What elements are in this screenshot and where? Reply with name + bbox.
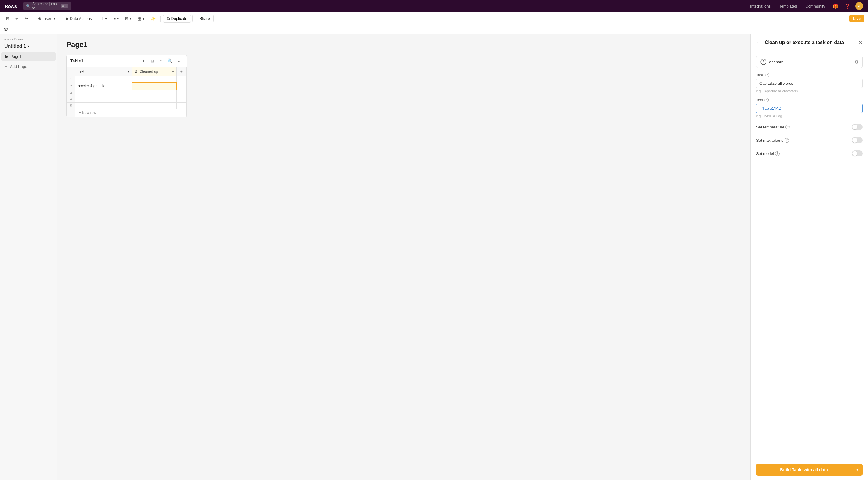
panel-back-btn[interactable]: ← (756, 39, 762, 46)
font-chevron-icon: ▾ (105, 16, 107, 21)
cell-extra-5 (176, 102, 186, 109)
page-title: Page1 (66, 40, 741, 49)
build-table-btn[interactable]: Build Table with all data (756, 464, 852, 476)
cell-extra-4 (176, 96, 186, 102)
add-column-icon[interactable]: + (179, 68, 184, 74)
cell-b4[interactable] (132, 96, 176, 102)
table-header-bar: Table1 ✦ ⊟ ↕ 🔍 ··· (67, 55, 187, 67)
row-num-5: 5 (67, 102, 75, 109)
gift-icon-btn[interactable]: 🎁 (831, 3, 840, 9)
max-tokens-help-icon[interactable]: ? (784, 138, 789, 143)
table-row: 2 procter & gamble (67, 82, 187, 90)
insert-btn[interactable]: ⊕ Insert ▾ (36, 15, 58, 22)
cell-a1[interactable] (75, 76, 132, 82)
row-num-4: 4 (67, 96, 75, 102)
cell-a3[interactable] (75, 90, 132, 96)
font-btn[interactable]: T ▾ (99, 15, 110, 22)
openai-logo (760, 59, 767, 65)
cell-b5[interactable] (132, 102, 176, 109)
max-tokens-toggle-row: Set max tokens ? (756, 136, 863, 144)
share-btn[interactable]: ↑ Share (192, 15, 214, 22)
data-actions-btn[interactable]: ▶ Data Actions (63, 15, 94, 22)
panel-close-btn[interactable]: ✕ (858, 39, 863, 46)
align-icon: ≡ (113, 16, 116, 21)
format-chevron-icon: ▾ (130, 16, 132, 21)
divider-3 (97, 16, 97, 22)
table-sort-btn[interactable]: ↕ (158, 58, 163, 64)
help-icon-btn[interactable]: ❓ (843, 3, 852, 9)
share-icon: ↑ (196, 16, 198, 21)
cell-b3[interactable] (132, 90, 176, 96)
align-chevron-icon: ▾ (117, 16, 119, 21)
text-help-icon[interactable]: ? (764, 98, 769, 102)
cell-b1[interactable] (132, 76, 176, 82)
max-tokens-toggle[interactable] (852, 137, 863, 143)
table-sparkle-btn[interactable]: ✦ (140, 58, 147, 64)
breadcrumb: rows / Demo (0, 37, 57, 43)
row-num-3: 3 (67, 90, 75, 96)
undo-icon: ↩ (16, 16, 19, 21)
play-icon: ▶ (66, 16, 69, 21)
col-b-dropdown-icon: ▾ (172, 69, 174, 73)
toggle-sidebar-btn[interactable]: ⊟ (4, 15, 12, 22)
cell-a2[interactable]: procter & gamble (75, 82, 132, 90)
model-toggle[interactable] (852, 150, 863, 156)
align-btn[interactable]: ≡ ▾ (111, 15, 121, 22)
task-input[interactable] (756, 79, 863, 88)
live-btn[interactable]: Live (849, 15, 864, 22)
search-bar[interactable]: 🔍 Search or jump to... ⌘K (23, 2, 71, 10)
community-link[interactable]: Community (803, 4, 828, 8)
title-chevron-icon: ▾ (27, 44, 29, 48)
add-page-label: Add Page (10, 64, 27, 69)
sidebar-item-page1[interactable]: ▶ Page1 (1, 53, 56, 61)
openai-settings-btn[interactable]: ⚙ (855, 59, 859, 65)
sparkle-btn[interactable]: ✨ (148, 15, 158, 22)
model-help-icon[interactable]: ? (775, 151, 780, 156)
templates-link[interactable]: Templates (777, 4, 799, 8)
plus-icon: ⊕ (38, 16, 41, 21)
table-filter-btn[interactable]: ⊟ (149, 58, 156, 64)
max-tokens-label: Set max tokens ? (756, 138, 789, 143)
col-header-a[interactable]: Text ▾ (75, 67, 132, 76)
page-label: Page1 (10, 54, 22, 59)
col-add-btn[interactable]: + (176, 67, 186, 76)
duplicate-btn[interactable]: ⧉ Duplicate (163, 15, 191, 23)
redo-btn[interactable]: ↪ (22, 15, 30, 22)
task-field: Task ? e.g. Capitalize all characters (756, 73, 863, 93)
col-header-b[interactable]: B Cleaned up ▾ (132, 67, 176, 76)
right-panel: ← Clean up or execute a task on data ✕ o… (750, 34, 868, 480)
chevron-down-icon: ▾ (856, 467, 858, 472)
temperature-toggle[interactable] (852, 124, 863, 130)
panel-title: Clean up or execute a task on data (765, 40, 855, 45)
temperature-help-icon[interactable]: ? (785, 125, 790, 129)
add-page-icon: ＋ (4, 64, 8, 69)
add-page-btn[interactable]: ＋ Add Page (0, 62, 57, 71)
task-help-icon[interactable]: ? (765, 73, 770, 77)
avatar[interactable]: A (855, 2, 863, 10)
search-shortcut: ⌘K (61, 4, 68, 8)
col-a-label: Text (78, 69, 84, 73)
cell-a4[interactable] (75, 96, 132, 102)
table-btn[interactable]: ▦ ▾ (135, 15, 147, 22)
new-row-label[interactable]: + New row (75, 109, 187, 117)
new-row[interactable]: + New row (67, 109, 187, 117)
build-table-chevron-btn[interactable]: ▾ (852, 464, 863, 476)
row-num-1: 1 (67, 76, 75, 82)
table-more-btn[interactable]: ··· (176, 58, 183, 64)
cell-b2[interactable] (132, 82, 176, 90)
font-icon: T (102, 16, 104, 21)
table-chevron-icon: ▾ (143, 16, 145, 21)
format-btn[interactable]: ⊞ ▾ (123, 15, 134, 22)
cell-reference: B2 (4, 28, 16, 32)
integrations-link[interactable]: Integrations (748, 4, 773, 8)
table-search-btn[interactable]: 🔍 (166, 58, 174, 64)
app-logo: Rows (5, 4, 17, 9)
col-a-dropdown-icon: ▾ (128, 69, 130, 73)
sidebar: rows / Demo Untitled 1 ▾ ▶ Page1 ＋ Add P… (0, 34, 57, 480)
cell-extra-1 (176, 76, 186, 82)
cell-a5[interactable] (75, 102, 132, 109)
text-formula-input[interactable] (756, 104, 863, 113)
undo-btn[interactable]: ↩ (13, 15, 21, 22)
cell-extra-3 (176, 90, 186, 96)
col-b-label: Cleaned up (140, 69, 171, 73)
